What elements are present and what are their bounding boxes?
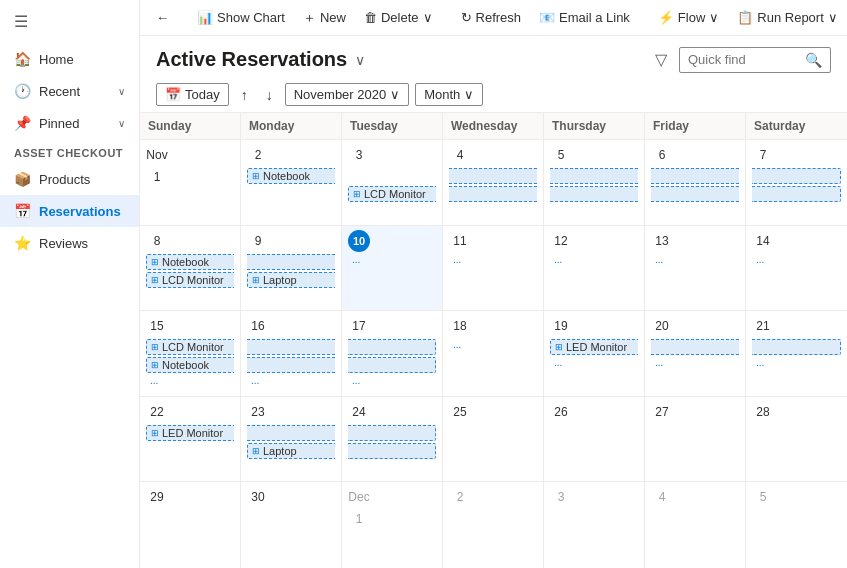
cal-day-dec1[interactable]: Dec 1 [342,482,443,568]
more-indicator[interactable]: ... [247,375,335,386]
cal-day-nov13[interactable]: 13 ... [645,226,746,311]
sidebar-item-pinned[interactable]: 📌 Pinned ∨ [0,107,139,139]
cal-day-nov16[interactable]: 16 ... [241,311,342,396]
more-indicator[interactable]: ... [752,254,841,265]
cal-day-nov12[interactable]: 12 ... [544,226,645,311]
day-number: 20 [651,315,673,337]
event-label: Notebook [162,359,209,371]
cal-day-nov20[interactable]: 20 ... [645,311,746,396]
event-end [752,339,841,355]
cal-day-nov21[interactable]: 21 ... [746,311,847,396]
event-continues [247,254,335,270]
view-chevron: ∨ [464,87,474,102]
event-continues [651,168,739,184]
email-link-button[interactable]: 📧 Email a Link [531,6,638,29]
month-nav-button[interactable]: November 2020 ∨ [285,83,410,106]
back-button[interactable]: ← [148,6,177,29]
cal-day-nov30[interactable]: 30 [241,482,342,568]
event-bar-2[interactable]: ⊞ Laptop [247,443,335,459]
today-button[interactable]: 📅 Today [156,83,229,106]
show-chart-button[interactable]: 📊 Show Chart [189,6,293,29]
sidebar-item-reservations[interactable]: 📅 Reservations [0,195,139,227]
new-button[interactable]: ＋ New [295,5,354,31]
cal-day-nov15[interactable]: 15 ⊞ LCD Monitor ⊞ Notebook ... [140,311,241,396]
calendar-week-1: Nov 1 2 ⊞ Notebook 3 ⊞ LCD Monitor [140,140,847,226]
cal-day-nov27[interactable]: 27 [645,397,746,482]
cal-day-dec2[interactable]: 2 [443,482,544,568]
prev-button[interactable]: ↑ [235,85,254,105]
flow-button[interactable]: ⚡ Flow ∨ [650,6,727,29]
cal-day-dec3[interactable]: 3 [544,482,645,568]
event-bar[interactable]: ⊞ Notebook [146,254,234,270]
cal-day-nov19[interactable]: 19 ⊞ LED Monitor ... [544,311,645,396]
event-bar[interactable]: ⊞ Laptop [247,272,335,288]
day-number: 6 [651,144,673,166]
more-indicator[interactable]: ... [550,357,638,368]
day-number: 5 [550,144,572,166]
day-number: 18 [449,315,471,337]
cal-day-nov14[interactable]: 14 ... [746,226,847,311]
sidebar: ☰ 🏠 Home 🕐 Recent ∨ 📌 Pinned ∨ Asset Che… [0,0,140,568]
cal-day-nov3[interactable]: 3 ⊞ LCD Monitor [342,140,443,225]
more-indicator[interactable]: ... [449,254,537,265]
refresh-button[interactable]: ↻ Refresh [453,6,530,29]
event-bar-2[interactable]: ⊞ LCD Monitor [146,272,234,288]
more-indicator[interactable]: ... [651,254,739,265]
day-number: 19 [550,315,572,337]
cal-day-nov4[interactable]: 4 [443,140,544,225]
more-indicator[interactable]: ... [752,357,841,368]
run-report-button[interactable]: 📋 Run Report ∨ [729,6,845,29]
cal-day-nov29[interactable]: 29 [140,482,241,568]
new-icon: ＋ [303,9,316,27]
title-chevron[interactable]: ∨ [355,52,365,68]
event-bar-2[interactable]: ⊞ Notebook [146,357,234,373]
sidebar-item-recent[interactable]: 🕐 Recent ∨ [0,75,139,107]
cal-day-nov28[interactable]: 28 [746,397,847,482]
more-indicator[interactable]: ... [348,375,436,386]
cal-day-nov2[interactable]: 2 ⊞ Notebook [241,140,342,225]
cal-day-nov26[interactable]: 26 [544,397,645,482]
cal-day-nov11[interactable]: 11 ... [443,226,544,311]
event-bar[interactable]: ⊞ LCD Monitor [146,339,234,355]
hamburger-button[interactable]: ☰ [0,0,139,43]
day-number: 13 [651,230,673,252]
event-label: Notebook [162,256,209,268]
event-bar[interactable]: ⊞ LCD Monitor [348,186,436,202]
cal-day-nov24[interactable]: 24 [342,397,443,482]
cal-day-nov1[interactable]: Nov 1 [140,140,241,225]
more-indicator[interactable]: ... [651,357,739,368]
delete-button[interactable]: 🗑 Delete ∨ [356,6,441,29]
cal-day-nov10[interactable]: 10 ... [342,226,443,311]
event-end2 [348,443,436,459]
sidebar-item-products[interactable]: 📦 Products [0,163,139,195]
view-selector-button[interactable]: Month ∨ [415,83,483,106]
more-indicator[interactable]: ... [146,375,234,386]
cal-day-dec5[interactable]: 5 [746,482,847,568]
cal-day-nov8[interactable]: 8 ⊞ Notebook ⊞ LCD Monitor [140,226,241,311]
cal-day-nov9[interactable]: 9 ⊞ Laptop [241,226,342,311]
event-bar[interactable]: ⊞ LED Monitor [146,425,234,441]
event-icon: ⊞ [252,446,260,456]
cal-day-nov5[interactable]: 5 [544,140,645,225]
cal-day-dec4[interactable]: 4 [645,482,746,568]
day-header-tue: Tuesday [342,113,443,139]
chart-icon: 📊 [197,10,213,25]
cal-day-nov25[interactable]: 25 [443,397,544,482]
event-bar[interactable]: ⊞ Notebook [247,168,335,184]
more-indicator[interactable]: ... [449,339,537,350]
sidebar-item-home[interactable]: 🏠 Home [0,43,139,75]
more-indicator[interactable]: ... [550,254,638,265]
filter-button[interactable]: ▽ [651,46,671,73]
cal-day-nov18[interactable]: 18 ... [443,311,544,396]
pinned-label: Pinned [39,116,79,131]
cal-day-nov7[interactable]: 7 [746,140,847,225]
cal-day-nov23[interactable]: 23 ⊞ Laptop [241,397,342,482]
sidebar-item-reviews[interactable]: ⭐ Reviews [0,227,139,259]
more-indicator[interactable]: ... [348,254,436,265]
cal-day-nov17[interactable]: 17 ... [342,311,443,396]
cal-day-nov6[interactable]: 6 [645,140,746,225]
cal-day-nov22[interactable]: 22 ⊞ LED Monitor [140,397,241,482]
next-button[interactable]: ↓ [260,85,279,105]
quick-find-input[interactable] [688,52,801,67]
event-bar[interactable]: ⊞ LED Monitor [550,339,638,355]
